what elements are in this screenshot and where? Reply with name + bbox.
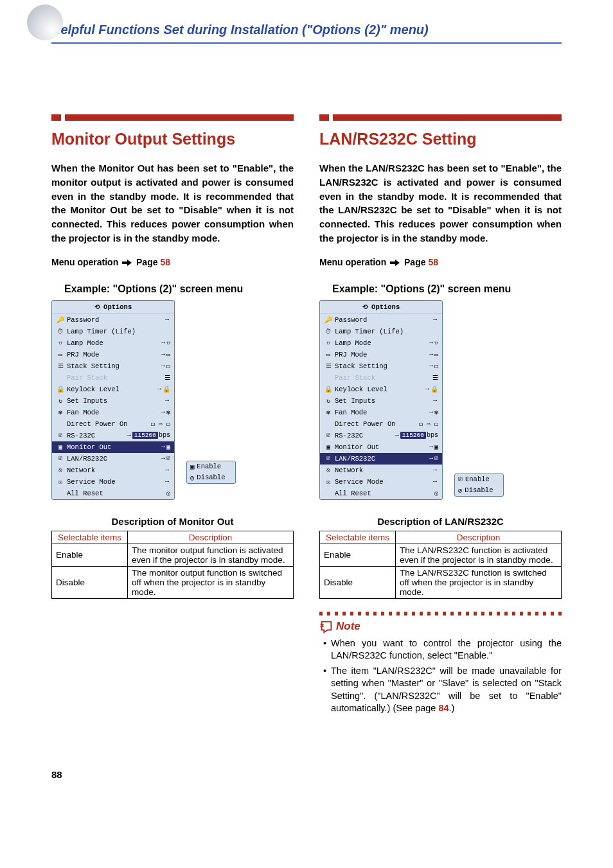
th-description: Description [396,531,562,544]
example-label-right: Example: "Options (2)" screen menu [332,283,562,295]
menu-operation-ref-right: Menu operation Page 58 [319,257,562,267]
osd-screenshot-left: ⟲ Options🔑Password→⏱Lamp Timer (Life)☼La… [51,300,175,500]
popup-left: ▣Enable◎Disable [186,461,236,484]
desc-table-left: Selectable items Description Enable The … [51,531,294,599]
desc-table-right: Selectable items Description Enable The … [319,531,562,599]
page-title: Helpful Functions Set during Installatio… [51,22,562,37]
note-item: The item "LAN/RS232C" will be made unava… [331,665,562,715]
svg-point-0 [27,4,63,40]
table-row: Disable The monitor output function is s… [52,566,294,598]
note-label: Note [319,619,562,633]
title-divider [51,42,562,44]
table-row: Enable The monitor output function is ac… [52,544,294,566]
note-separator [319,612,562,616]
th-selectable: Selectable items [52,531,128,544]
menu-operation-ref-left: Menu operation Page 58 [51,257,294,267]
note-icon [319,619,333,633]
table-row: Disable The LAN/RS232C function is switc… [320,566,562,598]
popup-right: ⎚Enable⊘Disable [454,474,504,497]
intro-left: When the Monitor Out has been set to "En… [51,161,294,245]
th-selectable: Selectable items [320,531,396,544]
desc-title-right: Description of LAN/RS232C [319,516,562,527]
desc-title-left: Description of Monitor Out [51,516,294,527]
notes-list: When you want to control the projector u… [319,637,562,715]
osd-screenshot-right: ⟲ Options🔑Password→⏱Lamp Timer (Life)☼La… [319,300,443,500]
example-label-left: Example: "Options (2)" screen menu [64,283,294,295]
th-description: Description [128,531,294,544]
note-item: When you want to control the projector u… [331,637,562,662]
section-heading-left: Monitor Output Settings [51,130,294,148]
intro-right: When the LAN/RS232C has been set to "Ena… [319,161,562,245]
section-heading-right: LAN/RS232C Setting [319,130,562,148]
arrow-icon [122,260,132,266]
section-bar [319,114,562,121]
section-bar [51,114,294,121]
page-number: 88 [51,769,562,780]
arrow-icon [390,260,400,266]
table-row: Enable The LAN/RS232C function is activa… [320,544,562,566]
